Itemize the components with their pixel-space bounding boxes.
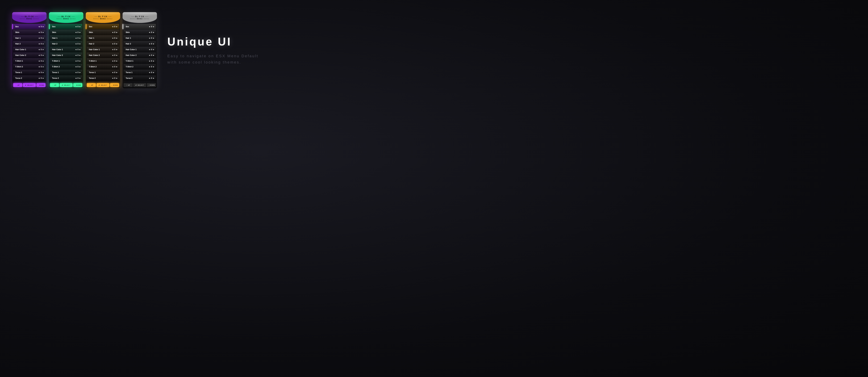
arrow-right-icon[interactable]: ▶ [80,49,81,50]
menu-item[interactable]: Hair Color 1◀0▶ [87,47,119,52]
arrow-left-icon[interactable]: ◀ [112,60,113,62]
value-stepper[interactable]: ◀0▶ [75,66,81,68]
value-stepper[interactable]: ◀0▶ [149,31,154,33]
arrow-left-icon[interactable]: ◀ [149,37,150,39]
arrow-left-icon[interactable]: ◀ [75,66,76,67]
arrow-left-icon[interactable]: ◀ [38,32,39,33]
value-stepper[interactable]: ◀0▶ [75,71,81,73]
arrow-right-icon[interactable]: ▶ [153,43,154,44]
up-button[interactable]: ↑UP [87,83,96,87]
arrow-right-icon[interactable]: ▶ [80,66,81,67]
menu-item[interactable]: Sex◀0▶ [13,24,45,29]
select-button[interactable]: ↵SELECT [23,83,36,87]
arrow-right-icon[interactable]: ▶ [43,32,44,33]
menu-item[interactable]: Hair Color 2◀0▶ [87,53,119,58]
select-button[interactable]: ↵SELECT [96,83,110,87]
value-stepper[interactable]: ◀0▶ [38,26,44,28]
value-stepper[interactable]: ◀0▶ [112,26,117,28]
select-button[interactable]: ↵SELECT [133,83,146,87]
up-button[interactable]: ↑UP [124,83,133,87]
arrow-right-icon[interactable]: ▶ [116,77,117,79]
menu-item[interactable]: T-Shirt 1◀0▶ [13,58,45,64]
menu-item[interactable]: Sex◀0▶ [50,24,82,29]
menu-item[interactable]: Hair Color 1◀0▶ [50,47,82,52]
arrow-right-icon[interactable]: ▶ [43,26,44,27]
down-button[interactable]: ↓DOWN [147,83,156,87]
menu-item[interactable]: Hair Color 1◀0▶ [13,47,45,52]
value-stepper[interactable]: ◀0▶ [75,54,81,56]
value-stepper[interactable]: ◀0▶ [75,43,81,45]
value-stepper[interactable]: ◀0▶ [149,60,154,62]
arrow-left-icon[interactable]: ◀ [38,26,39,27]
value-stepper[interactable]: ◀0▶ [112,77,117,79]
arrow-left-icon[interactable]: ◀ [112,49,113,50]
arrow-left-icon[interactable]: ◀ [75,32,76,33]
value-stepper[interactable]: ◀0▶ [75,77,81,79]
value-stepper[interactable]: ◀0▶ [75,37,81,39]
arrow-right-icon[interactable]: ▶ [43,55,44,56]
value-stepper[interactable]: ◀0▶ [75,26,81,28]
arrow-right-icon[interactable]: ▶ [43,66,44,67]
arrow-left-icon[interactable]: ◀ [112,72,113,73]
arrow-left-icon[interactable]: ◀ [149,72,150,73]
arrow-right-icon[interactable]: ▶ [153,77,154,79]
arrow-left-icon[interactable]: ◀ [75,72,76,73]
arrow-left-icon[interactable]: ◀ [149,49,150,50]
value-stepper[interactable]: ◀0▶ [149,26,154,28]
value-stepper[interactable]: ◀0▶ [38,66,44,68]
menu-item[interactable]: Skin◀0▶ [50,30,82,35]
down-button[interactable]: ↓DOWN [73,83,82,87]
arrow-right-icon[interactable]: ▶ [153,55,154,56]
arrow-right-icon[interactable]: ▶ [43,49,44,50]
menu-item[interactable]: Hair Color 1◀0▶ [124,47,156,52]
arrow-right-icon[interactable]: ▶ [80,37,81,39]
menu-item[interactable]: Skin◀0▶ [13,30,45,35]
value-stepper[interactable]: ◀0▶ [112,54,117,56]
value-stepper[interactable]: ◀0▶ [112,43,117,45]
arrow-right-icon[interactable]: ▶ [80,32,81,33]
menu-item[interactable]: Hair 2◀0▶ [13,41,45,46]
value-stepper[interactable]: ◀0▶ [149,54,154,56]
menu-item[interactable]: Hair 1◀0▶ [50,35,82,41]
menu-item[interactable]: Skin◀0▶ [87,30,119,35]
arrow-right-icon[interactable]: ▶ [43,77,44,79]
arrow-right-icon[interactable]: ▶ [80,77,81,79]
value-stepper[interactable]: ◀0▶ [149,49,154,51]
value-stepper[interactable]: ◀0▶ [38,54,44,56]
arrow-right-icon[interactable]: ▶ [116,55,117,56]
arrow-right-icon[interactable]: ▶ [80,72,81,73]
value-stepper[interactable]: ◀0▶ [149,43,154,45]
arrow-left-icon[interactable]: ◀ [75,49,76,50]
arrow-right-icon[interactable]: ▶ [116,26,117,27]
arrow-right-icon[interactable]: ▶ [43,72,44,73]
value-stepper[interactable]: ◀0▶ [38,77,44,79]
menu-item[interactable]: T-Shirt 2◀0▶ [13,64,45,69]
value-stepper[interactable]: ◀0▶ [112,66,117,68]
value-stepper[interactable]: ◀0▶ [38,60,44,62]
arrow-left-icon[interactable]: ◀ [149,55,150,56]
value-stepper[interactable]: ◀0▶ [38,49,44,51]
menu-item[interactable]: T-Shirt 2◀0▶ [124,64,156,69]
select-button[interactable]: ↵SELECT [60,83,72,87]
arrow-left-icon[interactable]: ◀ [38,60,39,62]
arrow-left-icon[interactable]: ◀ [149,60,150,62]
menu-item[interactable]: Torso 2◀0▶ [50,75,82,81]
value-stepper[interactable]: ◀0▶ [112,37,117,39]
value-stepper[interactable]: ◀0▶ [112,31,117,33]
menu-item[interactable]: Torso 1◀0▶ [13,70,45,75]
menu-item[interactable]: T-Shirt 1◀0▶ [50,58,82,64]
up-button[interactable]: ↑UP [50,83,59,87]
value-stepper[interactable]: ◀0▶ [75,49,81,51]
arrow-right-icon[interactable]: ▶ [153,32,154,33]
arrow-left-icon[interactable]: ◀ [38,37,39,39]
arrow-left-icon[interactable]: ◀ [75,77,76,79]
menu-item[interactable]: Hair Color 2◀0▶ [13,53,45,58]
arrow-right-icon[interactable]: ▶ [116,60,117,62]
arrow-right-icon[interactable]: ▶ [153,60,154,62]
arrow-left-icon[interactable]: ◀ [112,43,113,44]
value-stepper[interactable]: ◀0▶ [112,49,117,51]
menu-item[interactable]: T-Shirt 1◀0▶ [124,58,156,64]
arrow-right-icon[interactable]: ▶ [116,37,117,39]
arrow-right-icon[interactable]: ▶ [116,72,117,73]
value-stepper[interactable]: ◀0▶ [149,77,154,79]
